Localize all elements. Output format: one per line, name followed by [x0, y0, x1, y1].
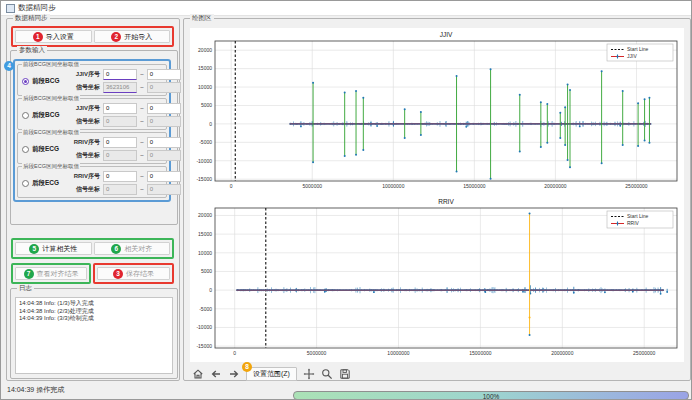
- rear-bcg-jjiv-start-input[interactable]: 0: [103, 103, 137, 114]
- rear-ecg-coord-start-input[interactable]: 0: [103, 184, 137, 195]
- view-align-result-button[interactable]: 7 查看对齐结果: [15, 267, 87, 280]
- svg-text:0: 0: [230, 183, 233, 189]
- svg-text:20000: 20000: [198, 212, 212, 218]
- front-bcg-jjiv-start-input[interactable]: 0: [103, 69, 137, 80]
- front-bcg-jjiv-end-input[interactable]: 0: [147, 69, 181, 80]
- log-line: 14:04:38 Info: (2/3)处理完成: [19, 308, 169, 316]
- set-range-label: 设置范围(Z): [253, 370, 290, 377]
- progress-bar: 100%: [293, 391, 689, 400]
- radio-icon[interactable]: [22, 78, 29, 85]
- svg-text:20000: 20000: [198, 47, 212, 53]
- log-line: 14:04:39 Info: (3/3)绘制完成: [19, 315, 169, 323]
- step-badge-5: 5: [29, 244, 39, 254]
- pan-icon[interactable]: [303, 368, 315, 380]
- radio-icon[interactable]: [22, 180, 29, 187]
- step-badge-7: 7: [24, 269, 34, 279]
- svg-text:Start Line: Start Line: [627, 213, 649, 219]
- import-settings-button[interactable]: 1 导入设置: [15, 30, 92, 43]
- svg-text:15000000: 15000000: [469, 350, 491, 356]
- svg-text:-15000: -15000: [196, 343, 212, 349]
- front-ecg-coord-start-input[interactable]: 0: [103, 150, 137, 161]
- svg-text:5000: 5000: [201, 102, 212, 108]
- log-group-title: 日志: [17, 284, 34, 292]
- back-arrow-icon[interactable]: [210, 368, 222, 380]
- svg-text:RRIV: RRIV: [627, 220, 640, 226]
- front-bcg-group: 前段BCG区间坐标取值 前段BCG JJIV序号 0 ~ 0 信号坐标 3623…: [17, 64, 167, 96]
- svg-text:10000: 10000: [198, 250, 212, 256]
- svg-text:0: 0: [233, 350, 236, 356]
- svg-text:-5000: -5000: [199, 306, 212, 312]
- svg-text:5000000: 5000000: [303, 183, 323, 189]
- set-range-button[interactable]: 8 设置范围(Z): [246, 367, 297, 381]
- front-bcg-radio[interactable]: 前段BCG: [20, 77, 68, 86]
- plot-panel: 绘图区 050000001000000015000000200000002500…: [183, 18, 691, 381]
- svg-text:Start Line: Start Line: [627, 46, 649, 52]
- correlation-align-button[interactable]: 6 相关对齐: [94, 242, 171, 255]
- rear-bcg-group: 后段BCG区间坐标取值 后段BCG JJIV序号 0 ~ 0 信号坐标 0: [17, 98, 167, 130]
- front-ecg-coord-end-input[interactable]: 0: [147, 150, 181, 161]
- step-badge-2: 2: [111, 32, 121, 42]
- rear-bcg-coord-end-input[interactable]: 0: [147, 116, 181, 127]
- save-result-label: 保存结果: [126, 269, 154, 279]
- log-line: 14:04:38 Info: (1/3)导入完成: [19, 300, 169, 308]
- log-group: 日志 14:04:38 Info: (1/3)导入完成 14:04:38 Inf…: [10, 288, 178, 379]
- save-icon[interactable]: [339, 368, 351, 380]
- figure-canvas[interactable]: 0500000010000000150000002000000025000000…: [190, 28, 684, 362]
- window-title: 数据精同步: [18, 3, 56, 13]
- svg-text:JJIV: JJIV: [440, 31, 453, 38]
- svg-text:15000: 15000: [198, 65, 212, 71]
- rear-ecg-radio[interactable]: 后段ECG: [20, 179, 68, 188]
- step-badge-8: 8: [242, 362, 252, 372]
- compute-correlation-label: 计算相关性: [42, 244, 77, 254]
- step-badge-4: 4: [4, 61, 14, 71]
- view-result-frame: 7 查看对齐结果: [11, 263, 91, 284]
- plot-panel-title: 绘图区: [190, 14, 214, 22]
- log-list[interactable]: 14:04:38 Info: (1/3)导入完成 14:04:38 Info: …: [15, 297, 173, 374]
- compute-correlation-button[interactable]: 5 计算相关性: [15, 242, 92, 255]
- import-settings-label: 导入设置: [46, 32, 74, 42]
- svg-text:-10000: -10000: [196, 158, 212, 164]
- front-bcg-coord-start-input[interactable]: 3623106: [103, 82, 137, 93]
- rear-ecg-rriv-start-input[interactable]: 0: [103, 171, 137, 182]
- param-input-group: 参数输入 4 前段BCG区间坐标取值 前段BCG JJIV序号 0 ~ 0: [10, 50, 178, 225]
- step-badge-3: 3: [113, 269, 123, 279]
- forward-arrow-icon[interactable]: [228, 368, 240, 380]
- save-result-frame: 3 保存结果: [93, 263, 174, 284]
- svg-text:10000000: 10000000: [387, 350, 409, 356]
- sync-panel-title: 数据精同步: [13, 14, 50, 22]
- radio-icon[interactable]: [22, 146, 29, 153]
- rear-ecg-group: 后段ECG区间坐标取值 后段ECG RRIV序号 0 ~ 0 信号坐标 0: [17, 166, 167, 198]
- svg-text:0: 0: [209, 287, 212, 293]
- svg-text:JJIV: JJIV: [627, 53, 637, 59]
- rear-ecg-rriv-end-input[interactable]: 0: [147, 171, 181, 182]
- window-titlebar: 数据精同步: [1, 1, 692, 16]
- rear-bcg-jjiv-end-input[interactable]: 0: [147, 103, 181, 114]
- front-ecg-rriv-start-input[interactable]: 0: [103, 137, 137, 148]
- step-badge-6: 6: [111, 244, 121, 254]
- svg-text:5000000: 5000000: [307, 350, 327, 356]
- rear-bcg-coord-start-input[interactable]: 0: [103, 116, 137, 127]
- front-ecg-rriv-end-input[interactable]: 0: [147, 137, 181, 148]
- home-icon[interactable]: [192, 368, 204, 380]
- view-align-result-label: 查看对齐结果: [37, 269, 79, 279]
- save-result-button[interactable]: 3 保存结果: [97, 267, 170, 280]
- svg-text:25000000: 25000000: [633, 350, 655, 356]
- svg-text:10000: 10000: [198, 84, 212, 90]
- param-blue-frame: 前段BCG区间坐标取值 前段BCG JJIV序号 0 ~ 0 信号坐标 3623…: [13, 59, 171, 202]
- front-ecg-radio[interactable]: 前段ECG: [20, 145, 68, 154]
- front-bcg-coord-end-input[interactable]: 0: [147, 82, 181, 93]
- zoom-icon[interactable]: [321, 368, 333, 380]
- start-import-button[interactable]: 2 开始导入: [94, 30, 171, 43]
- radio-icon[interactable]: [22, 112, 29, 119]
- svg-text:20000000: 20000000: [544, 183, 566, 189]
- param-input-title: 参数输入: [17, 46, 47, 54]
- sync-panel: 数据精同步 1 导入设置 2 开始导入 参数输入 4 前段BCG区间坐标取值 前…: [6, 18, 180, 381]
- step-badge-1: 1: [33, 32, 43, 42]
- svg-text:5000: 5000: [201, 268, 212, 274]
- plot-toolbar: 8 设置范围(Z): [192, 366, 351, 381]
- svg-text:25000000: 25000000: [625, 183, 647, 189]
- rear-ecg-coord-end-input[interactable]: 0: [147, 184, 181, 195]
- rear-bcg-radio[interactable]: 后段BCG: [20, 111, 68, 120]
- svg-text:-5000: -5000: [199, 139, 212, 145]
- svg-text:RRIV: RRIV: [438, 198, 454, 205]
